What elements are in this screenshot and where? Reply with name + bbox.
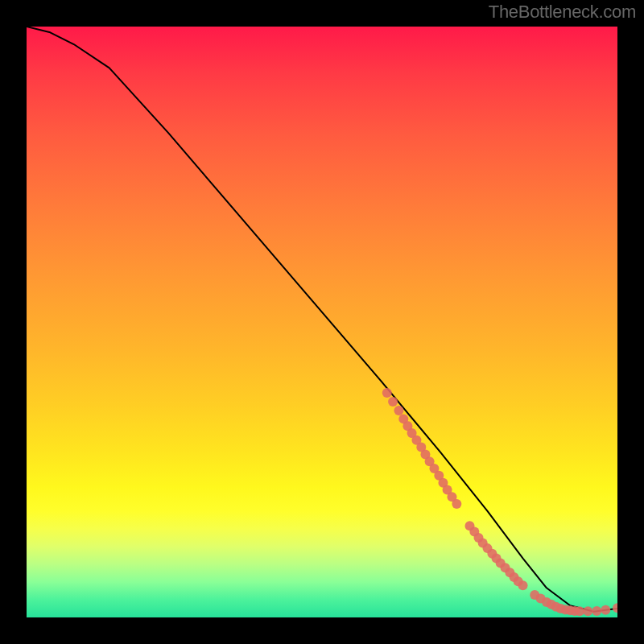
plot-area (27, 27, 617, 617)
svg-point-9 (425, 456, 435, 466)
svg-point-24 (501, 563, 510, 572)
svg-point-11 (434, 471, 444, 481)
svg-point-21 (487, 549, 497, 559)
svg-point-38 (575, 606, 584, 616)
svg-point-17 (469, 527, 479, 537)
svg-point-12 (438, 478, 448, 488)
svg-point-41 (601, 605, 610, 615)
svg-point-6 (411, 436, 421, 445)
svg-point-8 (420, 449, 430, 459)
svg-point-30 (536, 594, 546, 604)
svg-point-35 (560, 605, 570, 614)
svg-point-10 (429, 464, 439, 473)
svg-point-13 (443, 485, 452, 494)
scatter-dots (382, 388, 617, 616)
svg-point-36 (565, 605, 575, 615)
curve-line (27, 27, 617, 612)
svg-point-31 (542, 597, 551, 607)
svg-point-4 (402, 421, 412, 431)
chart-frame: TheBottleneck.com (0, 0, 644, 644)
svg-point-19 (478, 539, 488, 548)
svg-point-26 (510, 572, 519, 582)
svg-point-16 (465, 521, 475, 530)
svg-point-18 (474, 533, 484, 543)
svg-point-15 (452, 499, 461, 509)
svg-point-33 (551, 602, 561, 612)
svg-point-3 (398, 414, 408, 423)
svg-point-40 (592, 606, 601, 616)
svg-point-23 (496, 558, 506, 568)
svg-point-42 (613, 603, 617, 613)
svg-point-27 (514, 576, 523, 586)
svg-point-20 (483, 543, 493, 553)
svg-point-39 (583, 606, 592, 616)
svg-point-14 (447, 492, 456, 502)
svg-point-5 (407, 428, 417, 438)
svg-point-1 (388, 397, 398, 407)
svg-point-22 (492, 554, 502, 564)
svg-point-0 (382, 388, 392, 398)
svg-point-34 (556, 604, 566, 613)
svg-point-28 (518, 580, 528, 590)
svg-point-7 (416, 443, 426, 452)
watermark-text: TheBottleneck.com (489, 2, 636, 23)
svg-point-32 (547, 600, 556, 609)
svg-point-2 (394, 406, 403, 415)
svg-point-25 (505, 568, 514, 577)
svg-point-37 (570, 606, 580, 616)
svg-point-29 (530, 590, 539, 600)
chart-svg (27, 27, 617, 617)
